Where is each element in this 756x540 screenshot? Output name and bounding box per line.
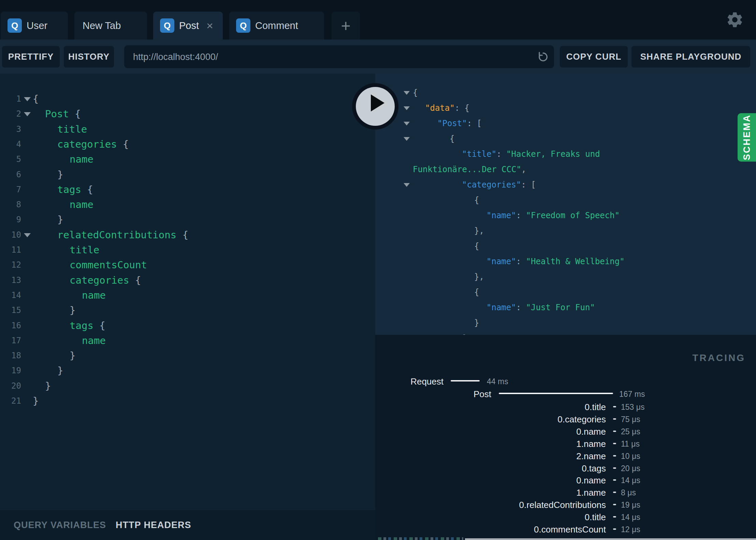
trace-row-time: 19 μs (621, 500, 640, 510)
endpoint-url-input[interactable] (132, 45, 526, 69)
plus-icon: + (341, 16, 350, 35)
trace-duration-dash (613, 528, 616, 530)
response-json-line: Funktionäre...Der CCC", (413, 162, 526, 177)
new-tab-button[interactable]: + (332, 12, 360, 40)
query-code-line: name (82, 333, 106, 348)
collapse-arrow-icon[interactable] (404, 122, 410, 125)
tab-comment[interactable]: QComment (229, 12, 324, 40)
line-number: 12 (0, 257, 21, 272)
query-code-line: } (33, 393, 39, 408)
response-json-line: "name": "Health & Wellbeing" (486, 254, 625, 269)
line-number: 10 (0, 227, 21, 242)
line-number: 2 (0, 106, 21, 121)
collapse-arrow-icon[interactable] (404, 91, 410, 95)
reload-endpoint-icon[interactable] (537, 51, 549, 63)
response-json-line: { (474, 239, 479, 254)
line-number: 19 (0, 363, 21, 378)
response-json-line: "name": "Just For Fun" (486, 300, 595, 315)
query-variables-tab[interactable]: QUERY VARIABLES (14, 520, 106, 530)
tab-new-tab[interactable]: New Tab (74, 12, 147, 40)
schema-side-tab[interactable]: SCHEMA (738, 113, 756, 162)
close-tab-icon[interactable]: × (206, 20, 213, 31)
trace-duration-dash (613, 479, 616, 481)
query-type-badge: Q (236, 18, 250, 33)
trace-row-time: 11 μs (621, 439, 640, 449)
response-json-line: ] (462, 331, 467, 335)
trace-duration-dash (613, 418, 616, 420)
trace-row-label: 0.name (375, 426, 606, 437)
horizontal-scrollbar[interactable] (465, 538, 756, 540)
trace-row-label: 0.relatedContributions (375, 500, 606, 510)
trace-row-label: 1.name (375, 439, 606, 449)
settings-gear-icon[interactable] (726, 11, 744, 29)
trace-row-time: 10 μs (621, 452, 640, 461)
trace-row-time: 153 μs (621, 403, 645, 412)
endpoint-url-bar (124, 45, 554, 68)
response-json-line: "title": "Hacker, Freaks und (462, 147, 600, 162)
trace-row-label: 1.name (375, 487, 606, 498)
line-number: 3 (0, 122, 21, 137)
line-number: 11 (0, 242, 21, 257)
execute-query-button[interactable] (352, 83, 398, 130)
trace-duration-dash (613, 516, 616, 518)
query-code-line: name (82, 288, 106, 303)
trace-duration-dash (613, 504, 616, 505)
query-code-line: relatedContributions { (57, 227, 188, 242)
query-code-line: { (33, 91, 39, 106)
fold-arrow-icon[interactable] (24, 97, 31, 101)
line-number: 17 (0, 333, 21, 348)
trace-row-label: 0.commentsCount (375, 524, 606, 535)
query-code-line: Post { (45, 106, 81, 121)
query-code-line: } (45, 378, 51, 393)
tracing-panel: TRACING Request44 msPost167 ms0.title153… (375, 335, 756, 540)
trace-duration-dash (613, 443, 616, 444)
line-number: 14 (0, 288, 21, 303)
trace-row-label: 0.title (375, 512, 606, 523)
trace-duration-dash (613, 455, 616, 456)
collapse-arrow-icon[interactable] (404, 137, 410, 141)
query-code-line: } (57, 167, 63, 182)
tab-post[interactable]: QPost× (153, 12, 223, 40)
history-button[interactable]: HISTORY (64, 46, 114, 68)
trace-row-time: 12 μs (621, 525, 640, 534)
copy-curl-button[interactable]: COPY CURL (560, 46, 628, 68)
query-code-line: } (70, 348, 75, 363)
line-number: 7 (0, 182, 21, 197)
trace-duration-bar (451, 380, 480, 381)
query-code-line: name (70, 197, 93, 212)
line-number: 18 (0, 348, 21, 363)
collapse-arrow-icon[interactable] (404, 183, 410, 187)
collapse-arrow-icon[interactable] (404, 106, 410, 110)
line-number: 6 (0, 167, 21, 182)
line-number: 4 (0, 137, 21, 152)
trace-row-time: 25 μs (621, 427, 640, 436)
response-json-line: { (474, 193, 479, 208)
line-number: 1 (0, 91, 21, 106)
trace-duration-dash (613, 406, 616, 407)
fold-arrow-icon[interactable] (24, 233, 31, 237)
query-code-line: name (70, 152, 93, 167)
line-number: 20 (0, 378, 21, 393)
response-json-line: } (474, 315, 479, 331)
prettify-button[interactable]: PRETTIFY (2, 46, 60, 68)
line-number: 21 (0, 393, 21, 408)
query-editor[interactable]: 1{2Post {3title4categories {5name6}7tags… (0, 74, 375, 510)
clipped-text-fragment (378, 537, 463, 540)
trace-row-time: 20 μs (621, 464, 640, 473)
trace-row-label: Request (375, 376, 444, 387)
query-code-line: title (70, 242, 99, 257)
tab-user[interactable]: QUser (1, 12, 68, 40)
response-json-line: "data": { (425, 101, 469, 116)
line-number: 9 (0, 212, 21, 227)
query-code-line: commentsCount (70, 257, 147, 272)
trace-row-label: 0.name (375, 475, 606, 486)
share-playground-button[interactable]: SHARE PLAYGROUND (631, 46, 750, 68)
top-tab-bar: QUserNew TabQPost×QComment + (0, 0, 756, 40)
response-json-line: { (474, 285, 479, 300)
trace-duration-dash (613, 467, 616, 469)
trace-row-time: 167 ms (619, 390, 645, 399)
toolbar: PRETTIFY HISTORY COPY CURL SHARE PLAYGRO… (0, 40, 756, 74)
fold-arrow-icon[interactable] (24, 112, 31, 116)
http-headers-tab[interactable]: HTTP HEADERS (116, 520, 191, 530)
trace-duration-dash (613, 492, 616, 493)
